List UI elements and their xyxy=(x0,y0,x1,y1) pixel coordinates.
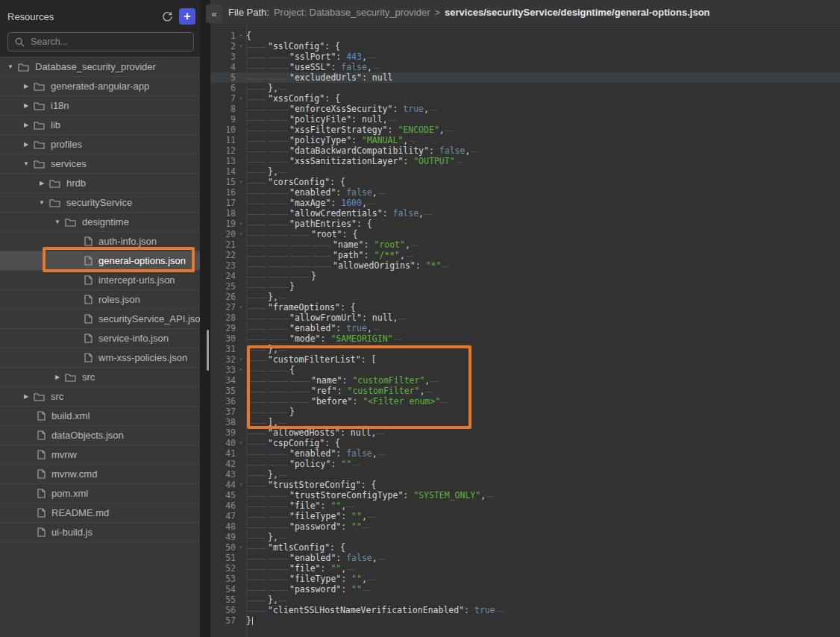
code-line-42[interactable]: 42"policy": "" xyxy=(210,459,840,469)
code-line-20[interactable]: 20▾"root": { xyxy=(210,229,840,239)
fold-arrow-icon[interactable]: ▾ xyxy=(236,41,246,51)
code-line-23[interactable]: 23"allowedOrigins": "*" xyxy=(210,260,840,271)
code-line-45[interactable]: 45"trustStoreConfigType": "SYSTEM_ONLY", xyxy=(210,490,840,501)
code-line-9[interactable]: 9"policyFile": null, xyxy=(210,114,840,125)
tree-item-lib[interactable]: ▶lib xyxy=(0,116,200,135)
search-input[interactable] xyxy=(7,32,194,51)
tree-item-designtime[interactable]: ▼designtime xyxy=(0,213,200,232)
code-line-53[interactable]: 53"fileType": "", xyxy=(210,574,840,584)
fold-arrow-icon[interactable]: ▾ xyxy=(236,177,246,187)
tree-item-securityservice-api-json[interactable]: securityService_API.json xyxy=(0,310,200,329)
code-line-31[interactable]: 31}, xyxy=(210,344,840,354)
code-line-38[interactable]: 38], xyxy=(210,417,840,427)
tree-item-src[interactable]: ▶src xyxy=(0,368,200,387)
collapse-sidebar-button[interactable]: « xyxy=(206,4,222,23)
tree-item-profiles[interactable]: ▶profiles xyxy=(0,135,200,154)
code-line-55[interactable]: 55}, xyxy=(210,594,840,605)
tree-item-pom-xml[interactable]: pom.xml xyxy=(0,484,200,503)
code-line-29[interactable]: 29"enabled": true, xyxy=(210,323,840,333)
tree-item-general-options-json[interactable]: general-options.json xyxy=(0,251,200,271)
code-line-2[interactable]: 2▾"sslConfig": { xyxy=(210,41,840,51)
code-line-34[interactable]: 34"name": "customFilter", xyxy=(210,375,840,386)
code-line-37[interactable]: 37} xyxy=(210,407,840,417)
tree-item-roles-json[interactable]: roles.json xyxy=(0,290,200,310)
fold-arrow-icon[interactable]: ▾ xyxy=(236,542,246,553)
tree-item-service-info-json[interactable]: service-info.json xyxy=(0,329,200,348)
code-line-39[interactable]: 39"allowedHosts": null, xyxy=(210,427,840,438)
code-line-35[interactable]: 35"ref": "customFilter", xyxy=(210,386,840,396)
tree-item-intercept-urls-json[interactable]: intercept-urls.json xyxy=(0,271,200,290)
chevron-collapsed-icon[interactable]: ▶ xyxy=(37,180,46,186)
tree-item-database-security-provider[interactable]: ▼Database_security_provider xyxy=(0,57,200,77)
code-line-41[interactable]: 41"enabled": false, xyxy=(210,448,840,459)
fold-arrow-icon[interactable]: ▾ xyxy=(236,302,246,313)
code-line-15[interactable]: 15▾"corsConfig": { xyxy=(210,177,840,187)
code-line-5[interactable]: 5"excludedUrls": null xyxy=(210,72,840,83)
fold-arrow-icon[interactable]: ▾ xyxy=(236,480,246,490)
code-line-54[interactable]: 54"password": "" xyxy=(210,584,840,594)
code-line-13[interactable]: 13"xssSanitizationLayer": "OUTPUT" xyxy=(210,156,840,166)
code-line-36[interactable]: 36"before": "<Filter enum>" xyxy=(210,396,840,407)
tree-item-generated-angular-app[interactable]: ▶generated-angular-app xyxy=(0,77,200,96)
chevron-collapsed-icon[interactable]: ▶ xyxy=(22,141,31,148)
tree-item-build-xml[interactable]: build.xml xyxy=(0,407,200,426)
code-line-16[interactable]: 16"enabled": false, xyxy=(210,187,840,198)
code-line-48[interactable]: 48"password": "" xyxy=(210,521,840,532)
tree-item-securityservice[interactable]: ▼securityService xyxy=(0,193,200,213)
code-line-52[interactable]: 52"file": "", xyxy=(210,563,840,574)
code-line-14[interactable]: 14}, xyxy=(210,166,840,177)
tree-item-mvnw-cmd[interactable]: mvnw.cmd xyxy=(0,465,200,484)
add-resource-button[interactable]: + xyxy=(179,8,195,25)
code-line-19[interactable]: 19▾"pathEntries": { xyxy=(210,219,840,229)
code-line-6[interactable]: 6}, xyxy=(210,83,840,93)
code-line-27[interactable]: 27▾"frameOptions": { xyxy=(210,302,840,313)
code-line-57[interactable]: 57} xyxy=(210,615,840,626)
code-line-49[interactable]: 49}, xyxy=(210,532,840,542)
tree-item-mvnw[interactable]: mvnw xyxy=(0,445,200,465)
chevron-collapsed-icon[interactable]: ▶ xyxy=(53,374,62,380)
code-line-8[interactable]: 8"enforceXssSecurity": true, xyxy=(210,104,840,114)
code-line-1[interactable]: 1▾{ xyxy=(210,31,840,41)
code-line-26[interactable]: 26}, xyxy=(210,292,840,302)
code-line-21[interactable]: 21"name": "root", xyxy=(210,239,840,250)
code-line-7[interactable]: 7▾"xssConfig": { xyxy=(210,93,840,104)
code-line-56[interactable]: 56"clientSSLHostNameVerificationEnabled"… xyxy=(210,605,840,615)
code-line-47[interactable]: 47"fileType": "", xyxy=(210,511,840,521)
code-line-46[interactable]: 46"file": "", xyxy=(210,501,840,511)
code-line-33[interactable]: 33▾{ xyxy=(210,365,840,375)
tree-item-i18n[interactable]: ▶i18n xyxy=(0,96,200,116)
tree-item-hrdb[interactable]: ▶hrdb xyxy=(0,174,200,193)
code-line-10[interactable]: 10"xssFilterStrategy": "ENCODE", xyxy=(210,125,840,135)
code-line-11[interactable]: 11"policyType": "MANUAL", xyxy=(210,135,840,145)
chevron-collapsed-icon[interactable]: ▶ xyxy=(22,393,31,400)
chevron-collapsed-icon[interactable]: ▶ xyxy=(22,122,31,128)
fold-arrow-icon[interactable]: ▾ xyxy=(236,354,246,365)
code-line-43[interactable]: 43}, xyxy=(210,469,840,480)
refresh-button[interactable] xyxy=(159,8,175,25)
code-line-32[interactable]: 32▾"customFilterList": [ xyxy=(210,354,840,365)
code-line-28[interactable]: 28"allowFromUrl": null, xyxy=(210,313,840,323)
fold-arrow-icon[interactable]: ▾ xyxy=(236,365,246,375)
code-line-40[interactable]: 40▾"cspConfig": { xyxy=(210,438,840,448)
chevron-expanded-icon[interactable]: ▼ xyxy=(22,160,31,167)
tree-item-dataobjects-json[interactable]: dataObjects.json xyxy=(0,426,200,445)
code-line-24[interactable]: 24} xyxy=(210,271,840,281)
code-line-17[interactable]: 17"maxAge": 1600, xyxy=(210,198,840,208)
code-line-22[interactable]: 22"path": "/**", xyxy=(210,250,840,260)
code-line-50[interactable]: 50▾"mtlsConfig": { xyxy=(210,542,840,553)
tree-item-ui-build-js[interactable]: ui-build.js xyxy=(0,523,200,542)
code-line-44[interactable]: 44▾"trustStoreConfig": { xyxy=(210,480,840,490)
fold-arrow-icon[interactable]: ▾ xyxy=(236,438,246,448)
code-line-51[interactable]: 51"enabled": false, xyxy=(210,553,840,563)
tree-item-wm-xss-policies-json[interactable]: wm-xss-policies.json xyxy=(0,348,200,368)
fold-arrow-icon[interactable]: ▾ xyxy=(236,31,246,41)
code-line-30[interactable]: 30"mode": "SAMEORIGIN" xyxy=(210,333,840,344)
tree-item-readme-md[interactable]: README.md xyxy=(0,503,200,523)
code-line-3[interactable]: 3"sslPort": 443, xyxy=(210,51,840,62)
chevron-expanded-icon[interactable]: ▼ xyxy=(6,63,15,70)
chevron-expanded-icon[interactable]: ▼ xyxy=(53,219,62,225)
tree-item-auth-info-json[interactable]: auth-info.json xyxy=(0,232,200,251)
code-line-4[interactable]: 4"useSSL": false, xyxy=(210,62,840,72)
chevron-collapsed-icon[interactable]: ▶ xyxy=(22,83,31,90)
chevron-collapsed-icon[interactable]: ▶ xyxy=(22,102,31,109)
